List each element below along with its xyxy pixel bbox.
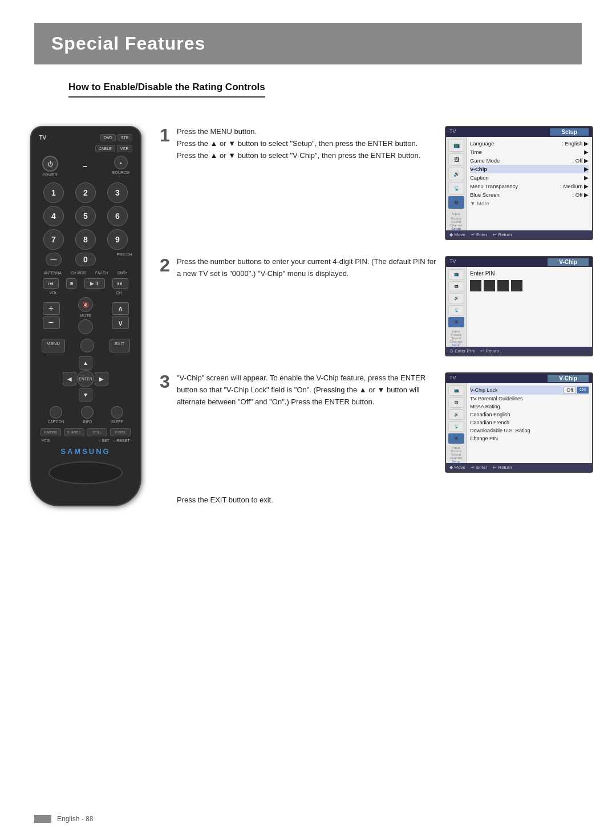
power-label: POWER xyxy=(42,173,57,177)
channel-icon-1: 📡 xyxy=(448,182,464,194)
step1-row: 1 Press the MENU button. Press the ▲ or … xyxy=(160,126,593,246)
enter-pin-label: Enter PIN xyxy=(470,270,589,277)
vcr-button[interactable]: VCR xyxy=(117,145,132,152)
play-button[interactable]: ▶⏸ xyxy=(84,278,105,289)
screen3: TV V-Chip 📺 🖼 🔊 📡 ⚙ xyxy=(445,372,593,473)
setup-icon-3: ⚙ xyxy=(448,433,464,444)
num6-button[interactable]: 6 xyxy=(107,206,128,226)
vol-label: VOL xyxy=(50,291,58,295)
vol-down-button[interactable]: − xyxy=(43,316,60,329)
remote-wrapper: TV DVD STB CABLE VCR ⏻ POWER ● SOU xyxy=(23,126,148,506)
exit-button[interactable]: EXIT xyxy=(110,339,130,352)
picture-icon-3: 🖼 xyxy=(448,397,464,408)
step2-number: 2 xyxy=(160,256,171,274)
dpad-up-button[interactable]: ▲ xyxy=(79,356,92,370)
info-button[interactable] xyxy=(81,406,94,419)
vol-up-button[interactable]: + xyxy=(43,302,60,315)
canadian-french: Canadian French xyxy=(470,419,589,427)
screen3-body: 📺 🖼 🔊 📡 ⚙ Input Picture Sound Channel Se… xyxy=(446,383,592,463)
screen1-body: 📺 🖼 🔊 📡 ⚙ Input Picture Sound Channel Se… xyxy=(446,137,592,230)
ch-label: CH xyxy=(116,291,121,295)
num7-button[interactable]: 7 xyxy=(43,229,64,250)
caption-label: CAPTION xyxy=(48,420,64,424)
dpad-left-button[interactable]: ◀ xyxy=(63,372,76,385)
guide-button[interactable] xyxy=(80,339,94,352)
menu-vchip: V-Chip▶ xyxy=(470,165,589,173)
rew-button[interactable]: ⏮ xyxy=(43,278,59,289)
sleep-button[interactable] xyxy=(111,406,123,419)
menu-gamemode: Game Mode: Off ▶ xyxy=(470,156,589,165)
vchip-lock-row: V-Chip Lock Off On xyxy=(470,385,589,395)
step4-text: Press the EXIT button to exit. xyxy=(177,494,593,506)
pin-dot-1 xyxy=(470,280,481,291)
num8-button[interactable]: 8 xyxy=(75,229,96,250)
picture-icon-2: 🖼 xyxy=(448,281,464,291)
still-button[interactable]: STILL xyxy=(87,428,107,436)
step1-number: 1 xyxy=(160,126,171,144)
footer-text: English - 88 xyxy=(57,815,93,823)
num4-button[interactable]: 4 xyxy=(43,206,64,226)
dpad-right-button[interactable]: ▶ xyxy=(95,372,108,385)
pin-dot-2 xyxy=(484,280,495,291)
pmode-button[interactable]: P.MODE xyxy=(40,428,61,436)
canadian-english: Canadian English xyxy=(470,411,589,419)
dvd-button[interactable]: DVD xyxy=(100,134,116,141)
mts-label: MTS xyxy=(42,439,50,443)
chmgr-label: CH MGR xyxy=(71,271,86,275)
antenna-label: ANTENNA xyxy=(44,271,62,275)
input-icon-1: 📺 xyxy=(448,139,464,152)
ff-button[interactable]: ⏭ xyxy=(112,278,128,289)
dpad: ▲ ◀ ENTER ▶ ▼ xyxy=(63,356,108,401)
menu-button[interactable]: MENU xyxy=(42,339,66,352)
tv-parental: TV Parental Guidelines xyxy=(470,395,589,403)
samsung-logo: SAMSUNG xyxy=(39,447,132,456)
menu-bluescreen: Blue Screen: Off ▶ xyxy=(470,190,589,199)
step1-text: Press the MENU button. Press the ▲ or ▼ … xyxy=(177,126,439,161)
psize-button[interactable]: P.SIZE xyxy=(110,428,131,436)
power-button[interactable]: ⏻ xyxy=(42,156,58,172)
enter-button[interactable]: ENTER xyxy=(77,370,94,387)
vchip-on-option: On xyxy=(577,387,589,393)
vchip-off-option: Off xyxy=(564,387,576,393)
sound-icon-1: 🔊 xyxy=(448,168,464,180)
stb-button[interactable]: STB xyxy=(117,134,132,141)
footer-bar xyxy=(34,815,51,823)
smode-button[interactable]: S.MODE xyxy=(64,428,84,436)
num3-button[interactable]: 3 xyxy=(107,182,128,203)
set-label: ○ SET xyxy=(98,439,110,443)
sound-icon-2: 🔊 xyxy=(448,293,464,303)
num0-button[interactable]: 0 xyxy=(75,253,96,266)
menu-more: ▼ More xyxy=(470,199,589,208)
main-content: TV DVD STB CABLE VCR ⏻ POWER ● SOU xyxy=(23,126,593,506)
screen1-tv-label: TV xyxy=(449,128,456,136)
ch-up-button[interactable]: ∧ xyxy=(112,302,129,315)
dnse-label: DNSe xyxy=(117,271,127,275)
screen2: TV V-Chip 📺 🖼 🔊 📡 ⚙ xyxy=(445,256,593,356)
mute-label: MUTE xyxy=(80,314,91,318)
sleep-label: SLEEP xyxy=(111,420,123,424)
step2-text: Press the number buttons to enter your c… xyxy=(177,256,439,280)
downloadable-us: Downloadable U.S. Rating xyxy=(470,427,589,435)
source-button[interactable]: ● xyxy=(114,156,128,169)
num5-button[interactable]: 5 xyxy=(75,206,96,226)
ch-down-button[interactable]: ∨ xyxy=(112,316,129,329)
num1-button[interactable]: 1 xyxy=(43,182,64,203)
caption-button[interactable] xyxy=(50,406,62,419)
mute-button[interactable]: 🔇 xyxy=(78,297,93,312)
menu-caption: Caption▶ xyxy=(470,173,589,182)
input-icon-2: 📺 xyxy=(448,269,464,279)
step3-row: 3 "V-Chip" screen will appear. To enable… xyxy=(160,372,593,478)
screen2-header: V-Chip xyxy=(548,258,589,266)
dash-button[interactable]: — xyxy=(46,253,62,266)
channel-icon-3: 📡 xyxy=(448,421,464,432)
screen1: TV Setup 📺 🖼 🔊 📡 ⚙ xyxy=(445,126,593,240)
cable-button[interactable]: CABLE xyxy=(95,145,115,152)
screen1-header: Setup xyxy=(550,128,589,136)
menu-transparency: Menu Transparency: Medium ▶ xyxy=(470,182,589,190)
stop-button[interactable]: ■ xyxy=(66,278,76,289)
num9-button[interactable]: 9 xyxy=(107,229,128,250)
screen3-footer: ◆ Move↵ Enter↩ Return xyxy=(446,463,592,472)
dpad-down-button[interactable]: ▼ xyxy=(79,388,92,401)
screen2-body: 📺 🖼 🔊 📡 ⚙ Input Picture Sound Channel Se… xyxy=(446,267,592,347)
num2-button[interactable]: 2 xyxy=(75,182,96,203)
